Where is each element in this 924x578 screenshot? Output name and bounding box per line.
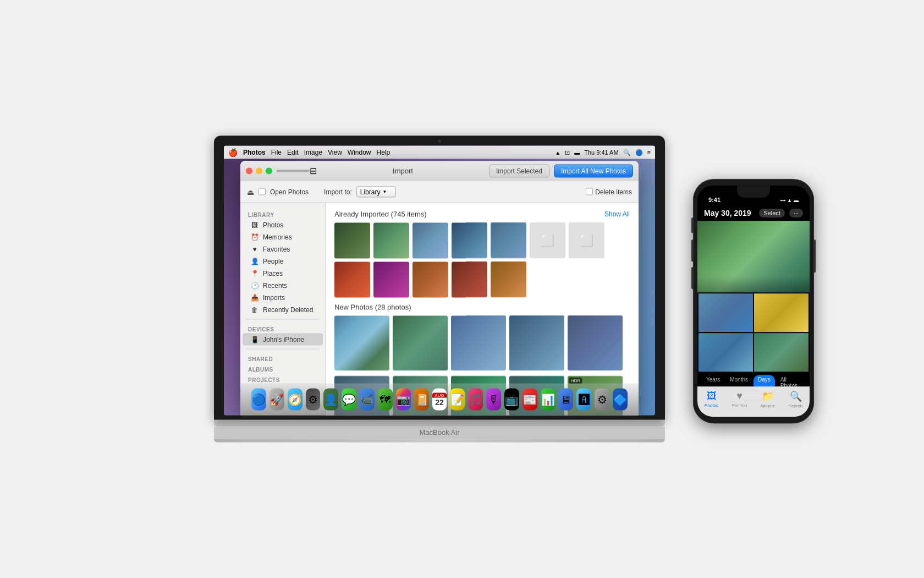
iphone-tab-foryou[interactable]: ♥ For You <box>725 390 754 408</box>
dock-appstore[interactable]: 🅰 <box>576 389 591 411</box>
imported-photo-9[interactable] <box>452 261 487 297</box>
dock-contacts[interactable]: 👤 <box>323 389 338 411</box>
iphone-notch <box>737 186 770 198</box>
iphone-main-photo[interactable] <box>697 221 810 292</box>
power-button[interactable] <box>814 239 816 272</box>
sidebar-item-imports[interactable]: 📥 Imports <box>243 292 323 304</box>
sidebar-item-favorites[interactable]: ♥ Favorites <box>243 243 323 255</box>
import-to-label: Import to: <box>324 188 352 195</box>
volume-down-button[interactable] <box>691 267 693 289</box>
select-button[interactable]: Select <box>759 209 785 217</box>
sidebar-item-memories[interactable]: ⏰ Memories <box>243 231 323 243</box>
zoom-slider[interactable] <box>277 170 310 172</box>
siri-icon[interactable]: 🔵 <box>635 149 643 156</box>
iphone-grid-photo-3[interactable] <box>698 333 753 372</box>
menubar-view[interactable]: View <box>328 149 342 156</box>
imported-photo-8[interactable] <box>413 261 448 297</box>
maximize-button[interactable] <box>266 167 272 174</box>
sidebar-divider-1 <box>246 319 320 320</box>
dock-settings[interactable]: ⚙ <box>595 389 609 411</box>
volume-up-button[interactable] <box>691 239 693 261</box>
toolbar-icon: ⊟ <box>310 166 317 176</box>
eject-icon[interactable]: ⏏ <box>247 187 254 196</box>
sidebar-item-places[interactable]: 📍 Places <box>243 268 323 280</box>
new-photo-1[interactable] <box>334 315 389 370</box>
iphone-date: May 30, 2019 <box>704 209 751 217</box>
iphone-grid-photo-2[interactable] <box>754 293 809 332</box>
menubar-edit[interactable]: Edit <box>287 149 299 156</box>
iphone-photo-grid <box>697 292 810 373</box>
imported-photo-1[interactable] <box>334 222 370 258</box>
sidebar-item-iphone[interactable]: 📱 John's iPhone <box>243 334 323 346</box>
toolbar-icons: ⊟ <box>310 166 317 176</box>
show-all-link[interactable]: Show All <box>604 210 630 217</box>
menubar-help[interactable]: Help <box>377 149 391 156</box>
minimize-button[interactable] <box>256 167 262 174</box>
import-to-select[interactable]: Library ▼ <box>356 186 397 197</box>
new-photo-5[interactable] <box>568 315 623 370</box>
dock-photos[interactable]: 📷 <box>396 389 411 411</box>
dock-appletv[interactable]: 📺 <box>504 389 519 411</box>
iphone-grid-photo-1[interactable] <box>698 293 753 332</box>
dock-notes[interactable]: 📝 <box>450 389 465 411</box>
hdr-badge: HDR <box>569 378 582 384</box>
dock-messages[interactable]: 💬 <box>342 389 356 411</box>
new-photos-row-1 <box>334 315 630 370</box>
menubar-right: ⊡ Thu 9:41 AM 🔍 🔵 ≡ <box>555 149 651 156</box>
control-center-icon[interactable]: ≡ <box>647 149 651 156</box>
new-photo-2[interactable] <box>393 315 448 370</box>
apple-logo-icon[interactable]: 🍎 <box>228 148 238 157</box>
dock-calendar[interactable]: AUG 22 <box>432 389 447 411</box>
more-button[interactable]: ··· <box>789 209 803 217</box>
close-button[interactable] <box>246 167 252 174</box>
imported-photo-10[interactable] <box>491 261 526 297</box>
dock-podcasts[interactable]: 🎙 <box>486 389 501 411</box>
imported-photo-5[interactable] <box>491 222 526 258</box>
dock-facetime[interactable]: 📹 <box>360 389 375 411</box>
dock-last[interactable]: 🔷 <box>613 389 628 411</box>
sidebar-item-photos[interactable]: 🖼 Photos <box>243 219 323 231</box>
import-selected-button[interactable]: Import Selected <box>489 164 549 177</box>
dock-icon-9[interactable]: 📔 <box>414 389 429 411</box>
sidebar-item-recents[interactable]: 🕐 Recents <box>243 280 323 292</box>
new-photo-3[interactable] <box>451 315 506 370</box>
imported-photo-2[interactable] <box>373 222 409 258</box>
new-photo-4[interactable] <box>509 315 564 370</box>
sidebar-item-people[interactable]: 👤 People <box>243 255 323 268</box>
imported-photo-6[interactable] <box>334 261 370 297</box>
menubar-window[interactable]: Window <box>348 149 371 156</box>
imported-photo-4[interactable] <box>452 222 487 258</box>
imports-icon: 📥 <box>250 294 259 302</box>
iphone-tab-albums[interactable]: 📁 Albums <box>754 390 782 408</box>
sidebar-places-label: Places <box>263 270 283 277</box>
menubar-image[interactable]: Image <box>304 149 322 156</box>
dock-maps[interactable]: 🗺 <box>378 389 393 411</box>
imported-photo-7[interactable] <box>373 261 409 297</box>
iphone-grid-photo-4[interactable] <box>754 333 809 372</box>
sidebar-item-recently-deleted[interactable]: 🗑 Recently Deleted <box>243 304 323 316</box>
dock-keynote[interactable]: 🖥 <box>559 389 574 411</box>
wifi-icon <box>555 149 560 156</box>
iphone-tab-photos[interactable]: 🖼 Photos <box>697 390 725 408</box>
macbook-bottom <box>214 439 665 443</box>
imported-photo-3[interactable] <box>413 222 448 258</box>
spotlight-icon[interactable]: 🔍 <box>623 149 631 156</box>
open-photos-checkbox[interactable] <box>258 188 266 195</box>
dock-music[interactable]: 🎵 <box>468 389 483 411</box>
silent-switch[interactable] <box>691 217 693 233</box>
projects-section-label: Projects <box>240 374 325 384</box>
sidebar-divider-2 <box>246 349 320 350</box>
dock-xcode[interactable]: ⚙ <box>306 389 321 411</box>
dock-finder[interactable]: 🔵 <box>251 389 266 411</box>
import-all-button[interactable]: Import All New Photos <box>554 164 633 177</box>
dock-safari[interactable]: 🧭 <box>288 389 302 411</box>
delete-items-check: Delete items <box>586 188 632 195</box>
dock-launchpad[interactable]: 🚀 <box>270 389 284 411</box>
delete-items-checkbox[interactable] <box>586 188 593 195</box>
library-option: Library <box>360 188 381 195</box>
menubar-file[interactable]: File <box>271 149 282 156</box>
dock-numbers[interactable]: 📊 <box>541 389 556 411</box>
menubar-app-name[interactable]: Photos <box>243 149 266 156</box>
iphone-tab-search[interactable]: 🔍 Search <box>782 390 810 408</box>
dock-news[interactable]: 📰 <box>522 389 537 411</box>
